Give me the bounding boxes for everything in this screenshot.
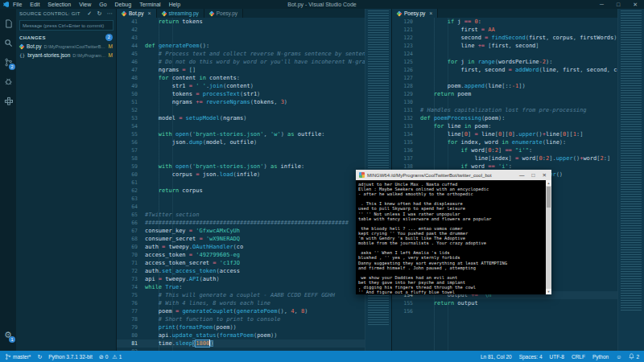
eol-item[interactable]: CRLF bbox=[572, 354, 585, 360]
code-line-61[interactable]: 61 bbox=[117, 179, 391, 187]
code-line-132[interactable]: 132def poemProcessing(poem): bbox=[392, 114, 644, 122]
code-line-80[interactable]: 80 api.update_status(formatPoem(poem)) bbox=[117, 331, 391, 339]
sync-icon[interactable]: ↻ bbox=[37, 354, 42, 360]
code-line-54[interactable]: 54 bbox=[117, 122, 391, 130]
code-line-70[interactable]: 70access_token = '492799605-eg bbox=[117, 251, 391, 259]
terminal-output[interactable]: adjust to her Uncle Max . Nasta cuffedEl… bbox=[356, 180, 546, 294]
tab-Bot.py[interactable]: Bot.py× bbox=[117, 9, 157, 18]
git-branch-item[interactable]: master* bbox=[5, 353, 31, 360]
code-line-65[interactable]: 65#Twitter section bbox=[117, 211, 391, 219]
terminal-title-bar[interactable]: MINGW64:/d/MyPrograms/CoolTwitterBot/twi… bbox=[356, 170, 551, 180]
code-line-135[interactable]: 135 for index, word in enumerate(line): bbox=[392, 138, 644, 146]
code-line-156[interactable]: 156 bbox=[392, 307, 644, 315]
scroll-up-icon[interactable]: ▲ bbox=[546, 180, 551, 186]
terminal-maximize-button[interactable]: □ bbox=[532, 172, 535, 179]
code-line-155[interactable]: 155 return output bbox=[392, 299, 644, 307]
code-line-48[interactable]: 48 for content in contents: bbox=[117, 74, 391, 82]
menu-item-file[interactable]: File bbox=[13, 2, 22, 7]
code-line-79[interactable]: 79 print(formatPoem(poem)) bbox=[117, 323, 391, 331]
code-line-82[interactable]: 82 bbox=[117, 348, 391, 351]
code-line-45[interactable]: 45 # Process text and collect reverse N-… bbox=[117, 50, 391, 58]
menu-item-edit[interactable]: Edit bbox=[30, 2, 39, 7]
code-line-60[interactable]: 60 corpus = json.load(infile) bbox=[117, 171, 391, 179]
close-button[interactable]: ✕ bbox=[633, 2, 638, 8]
scroll-down-icon[interactable]: ▼ bbox=[546, 289, 551, 294]
menu-item-view[interactable]: View bbox=[79, 2, 91, 7]
code-line-123[interactable]: 123 line += [first, second] bbox=[392, 42, 644, 50]
terminal-minimize-button[interactable]: — bbox=[519, 172, 525, 179]
problems-item[interactable]: ⊘0 ⚠1 bbox=[99, 354, 122, 360]
more-actions-icon[interactable]: ⋯ bbox=[107, 10, 113, 17]
code-line-126[interactable]: 126 first, second = addWord(line, first,… bbox=[392, 66, 644, 74]
menu-item-debug[interactable]: Debug bbox=[115, 2, 132, 7]
debug-icon[interactable] bbox=[0, 72, 16, 91]
code-line-58[interactable]: 58 bbox=[117, 154, 391, 162]
code-line-44[interactable]: 44def generatePoem(): bbox=[117, 42, 391, 50]
code-line-43[interactable]: 43 bbox=[117, 34, 391, 42]
code-line-74[interactable]: 74while True: bbox=[117, 283, 391, 291]
code-line-57[interactable]: 57 bbox=[117, 146, 391, 154]
code-line-133[interactable]: 133 for line in poem: bbox=[392, 122, 644, 130]
manage-gear-icon[interactable]: ⚙ 1 bbox=[0, 325, 16, 344]
code-line-64[interactable]: 64 bbox=[117, 203, 391, 211]
tab-Poesy.py[interactable]: Poesy.py× bbox=[392, 9, 438, 18]
terminal-scrollbar[interactable]: ▲ ▼ bbox=[546, 180, 551, 294]
minimize-button[interactable]: ─ bbox=[600, 2, 604, 8]
refresh-icon[interactable]: ↻ bbox=[97, 10, 102, 17]
code-line-136[interactable]: 136 if word[0:2] == "i'": bbox=[392, 146, 644, 154]
changed-file-row[interactable]: {}bryant-stories.jsonD:\MyPrograms\Co...… bbox=[16, 51, 116, 60]
menu-item-help[interactable]: Help bbox=[169, 2, 180, 7]
code-line-124[interactable]: 124 bbox=[392, 50, 644, 58]
changed-file-row[interactable]: Bot.pyD:\MyPrograms\CoolTwitterBot\...M bbox=[16, 42, 116, 51]
code-line-41[interactable]: 41 return tokens bbox=[117, 18, 391, 26]
feedback-smiley-icon[interactable]: ☺ bbox=[616, 354, 621, 360]
code-line-77[interactable]: 77 poem = generateCouplet(generatePoem()… bbox=[117, 307, 391, 315]
code-line-47[interactable]: 47 ngrams = [] bbox=[117, 66, 391, 74]
commit-check-icon[interactable]: ✓ bbox=[87, 10, 92, 17]
encoding-item[interactable]: UTF-8 bbox=[550, 354, 564, 360]
code-line-128[interactable]: 128 poem.append(line[::-1]) bbox=[392, 82, 644, 90]
code-line-75[interactable]: 75 # This will generate a couplet - AABB… bbox=[117, 291, 391, 299]
menu-item-go[interactable]: Go bbox=[99, 2, 106, 7]
code-line-122[interactable]: 122 second = findSecond(first, corpus, f… bbox=[392, 34, 644, 42]
code-line-63[interactable]: 63 bbox=[117, 195, 391, 203]
code-line-78[interactable]: 78 # Short function to print to console bbox=[117, 315, 391, 323]
code-line-50[interactable]: 50 tokens = processText(str1) bbox=[117, 90, 391, 98]
cursor-position-item[interactable]: Ln 81, Col 20 bbox=[481, 354, 512, 360]
code-line-66[interactable]: 66######################################… bbox=[117, 219, 391, 227]
maximize-button[interactable]: □ bbox=[617, 2, 620, 8]
code-line-131[interactable]: 131# Handles capitalization lost from pr… bbox=[392, 106, 644, 114]
tab-close-icon[interactable]: × bbox=[147, 10, 151, 16]
scroll-thumb[interactable] bbox=[547, 187, 551, 208]
code-line-130[interactable]: 130 bbox=[392, 98, 644, 106]
code-line-52[interactable]: 52 bbox=[117, 106, 391, 114]
code-line-55[interactable]: 55 with open('bryant-stories.json', 'w')… bbox=[117, 130, 391, 138]
code-line-69[interactable]: 69auth = tweepy.OAuthHandler(co bbox=[117, 243, 391, 251]
menu-item-terminal[interactable]: Terminal bbox=[139, 2, 160, 7]
extensions-icon[interactable] bbox=[0, 91, 16, 110]
code-line-76[interactable]: 76 # With 4 lines, 8 words each line bbox=[117, 299, 391, 307]
code-line-137[interactable]: 137 line[index] = word[0:2].upper()+word… bbox=[392, 154, 644, 162]
code-line-56[interactable]: 56 json.dump(model, outfile) bbox=[117, 138, 391, 146]
code-line-120[interactable]: 120 if j == 0: bbox=[392, 18, 644, 26]
code-line-53[interactable]: 53 model = setupModel(ngrams) bbox=[117, 114, 391, 122]
code-line-68[interactable]: 68consumer_secret = 'wX9NERADQ bbox=[117, 235, 391, 243]
minimap-right[interactable] bbox=[617, 9, 644, 351]
changes-section-label[interactable]: CHANGES bbox=[19, 35, 46, 40]
code-editor-botpy[interactable]: 41 return tokens424344def generatePoem()… bbox=[117, 18, 391, 351]
notifications-item[interactable]: 2 bbox=[629, 353, 639, 360]
code-line-71[interactable]: 71access_token_secret = 'c1fJO bbox=[117, 259, 391, 267]
indentation-item[interactable]: Spaces: 4 bbox=[519, 354, 543, 360]
mingw64-terminal-window[interactable]: MINGW64:/d/MyPrograms/CoolTwitterBot/twi… bbox=[356, 170, 551, 294]
code-line-127[interactable]: 127 bbox=[392, 74, 644, 82]
code-line-46[interactable]: 46 # Do not do this word by word or you'… bbox=[117, 58, 391, 66]
code-line-51[interactable]: 51 ngrams += reverseNgrams(tokens, 3) bbox=[117, 98, 391, 106]
code-line-72[interactable]: 72auth.set_access_token(access bbox=[117, 267, 391, 275]
search-icon[interactable] bbox=[0, 33, 16, 52]
tab-close-icon[interactable]: × bbox=[429, 10, 432, 16]
code-line-121[interactable]: 121 first = AA bbox=[392, 26, 644, 34]
code-line-73[interactable]: 73api = tweepy.API(auth) bbox=[117, 275, 391, 283]
code-line-62[interactable]: 62 return corpus bbox=[117, 187, 391, 195]
explorer-icon[interactable] bbox=[0, 14, 16, 33]
code-line-59[interactable]: 59 with open('bryant-stories.json') as i… bbox=[117, 162, 391, 171]
